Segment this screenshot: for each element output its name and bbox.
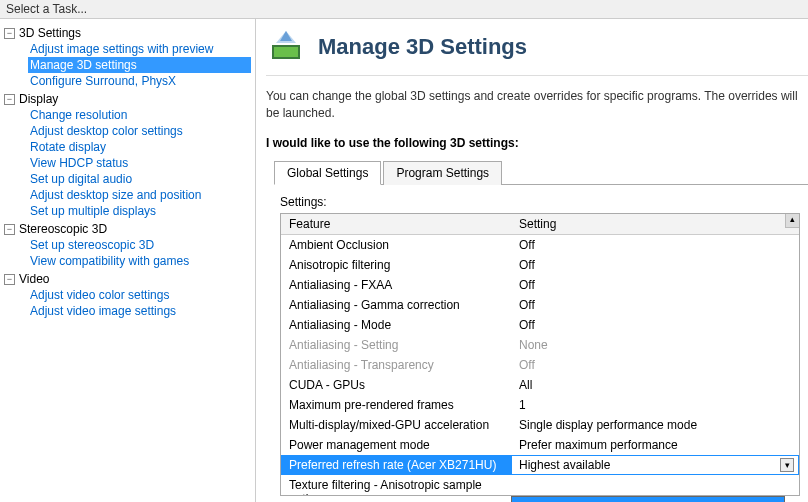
settings-row[interactable]: Antialiasing - Gamma correctionOff	[281, 295, 799, 315]
tree-group-header[interactable]: −3D Settings	[4, 25, 251, 41]
settings-row[interactable]: CUDA - GPUsAll	[281, 375, 799, 395]
tab[interactable]: Program Settings	[383, 161, 502, 185]
sidebar-item[interactable]: Set up stereoscopic 3D	[28, 237, 251, 253]
collapse-icon[interactable]: −	[4, 94, 15, 105]
tree-group-header[interactable]: −Display	[4, 91, 251, 107]
settings-row[interactable]: Antialiasing - ModeOff	[281, 315, 799, 335]
settings-row[interactable]: Anisotropic filteringOff	[281, 255, 799, 275]
page-description: You can change the global 3D settings an…	[266, 88, 808, 122]
sidebar-item[interactable]: Adjust image settings with preview	[28, 41, 251, 57]
settings-row[interactable]: Antialiasing - TransparencyOff	[281, 355, 799, 375]
setting-cell[interactable]: All	[511, 375, 799, 395]
scroll-up-icon[interactable]: ▴	[785, 214, 799, 228]
settings-row[interactable]: Multi-display/mixed-GPU accelerationSing…	[281, 415, 799, 435]
grid-body[interactable]: Ambient OcclusionOffAnisotropic filterin…	[281, 235, 799, 495]
feature-cell: Antialiasing - Mode	[281, 315, 511, 335]
column-feature[interactable]: Feature	[281, 214, 511, 234]
grid-header: Feature Setting ▴	[281, 214, 799, 235]
sidebar-item[interactable]: Rotate display	[28, 139, 251, 155]
feature-cell: Power management mode	[281, 435, 511, 455]
tree-group-label: Display	[19, 92, 58, 106]
collapse-icon[interactable]: −	[4, 274, 15, 285]
content-pane: Manage 3D Settings You can change the gl…	[256, 19, 808, 502]
feature-cell: Antialiasing - FXAA	[281, 275, 511, 295]
settings-subheading: I would like to use the following 3D set…	[266, 136, 808, 150]
svg-rect-1	[274, 47, 298, 57]
feature-cell: Antialiasing - Gamma correction	[281, 295, 511, 315]
feature-cell: Preferred refresh rate (Acer XB271HU)	[281, 455, 511, 475]
setting-cell[interactable]: Off	[511, 275, 799, 295]
sidebar-item[interactable]: Manage 3D settings	[28, 57, 251, 73]
feature-cell: Antialiasing - Setting	[281, 335, 511, 355]
feature-cell: Ambient Occlusion	[281, 235, 511, 255]
main-layout: −3D SettingsAdjust image settings with p…	[0, 19, 808, 502]
sidebar-item[interactable]: View HDCP status	[28, 155, 251, 171]
setting-cell[interactable]: Off	[511, 355, 799, 375]
tree-group-header[interactable]: −Stereoscopic 3D	[4, 221, 251, 237]
svg-marker-3	[280, 31, 292, 41]
setting-cell[interactable]: None	[511, 335, 799, 355]
page-header: Manage 3D Settings	[266, 27, 808, 76]
setting-cell[interactable]: Prefer maximum performance	[511, 435, 799, 455]
nvidia-logo-icon	[266, 27, 306, 67]
setting-cell[interactable]: Off	[511, 315, 799, 335]
tab-panel-global: Settings: Feature Setting ▴ Ambient Occl…	[266, 185, 808, 496]
setting-cell[interactable]: 1	[511, 395, 799, 415]
setting-cell[interactable]: Off	[511, 255, 799, 275]
sidebar-item[interactable]: Change resolution	[28, 107, 251, 123]
dropdown-option[interactable]: Highest available	[512, 497, 784, 502]
setting-cell[interactable]: Off	[511, 295, 799, 315]
setting-dropdown[interactable]: Highest availableApplication-controlled	[511, 496, 785, 502]
tree-group-label: Video	[19, 272, 49, 286]
tree-group-label: 3D Settings	[19, 26, 81, 40]
settings-row[interactable]: Ambient OcclusionOff	[281, 235, 799, 255]
sidebar-item[interactable]: Adjust desktop size and position	[28, 187, 251, 203]
settings-label: Settings:	[280, 195, 800, 209]
settings-tabs: Global SettingsProgram Settings	[274, 160, 808, 185]
sidebar-item[interactable]: View compatibility with games	[28, 253, 251, 269]
setting-cell[interactable]: Single display performance mode	[511, 415, 799, 435]
settings-row[interactable]: Maximum pre-rendered frames1	[281, 395, 799, 415]
setting-cell[interactable]	[511, 475, 799, 495]
feature-cell: CUDA - GPUs	[281, 375, 511, 395]
settings-row[interactable]: Antialiasing - SettingNone	[281, 335, 799, 355]
setting-cell[interactable]: Highest available▾	[511, 455, 799, 475]
sidebar-item[interactable]: Adjust desktop color settings	[28, 123, 251, 139]
task-selector[interactable]: Select a Task...	[0, 0, 808, 19]
settings-row[interactable]: Texture filtering - Anisotropic sample o…	[281, 475, 799, 495]
collapse-icon[interactable]: −	[4, 28, 15, 39]
feature-cell: Antialiasing - Transparency	[281, 355, 511, 375]
tab[interactable]: Global Settings	[274, 161, 381, 185]
sidebar-item[interactable]: Adjust video color settings	[28, 287, 251, 303]
setting-cell[interactable]: Off	[511, 235, 799, 255]
sidebar-item[interactable]: Set up multiple displays	[28, 203, 251, 219]
feature-cell: Multi-display/mixed-GPU acceleration	[281, 415, 511, 435]
sidebar-item[interactable]: Adjust video image settings	[28, 303, 251, 319]
tree-group-label: Stereoscopic 3D	[19, 222, 107, 236]
page-title: Manage 3D Settings	[318, 34, 527, 60]
sidebar: −3D SettingsAdjust image settings with p…	[0, 19, 256, 502]
settings-row[interactable]: Power management modePrefer maximum perf…	[281, 435, 799, 455]
feature-cell: Texture filtering - Anisotropic sample o…	[281, 475, 511, 495]
settings-row[interactable]: Preferred refresh rate (Acer XB271HU)Hig…	[281, 455, 799, 475]
settings-grid: Feature Setting ▴ Ambient OcclusionOffAn…	[280, 213, 800, 496]
feature-cell: Maximum pre-rendered frames	[281, 395, 511, 415]
chevron-down-icon[interactable]: ▾	[780, 458, 794, 472]
sidebar-item[interactable]: Set up digital audio	[28, 171, 251, 187]
column-setting[interactable]: Setting	[511, 214, 799, 234]
tree-group-header[interactable]: −Video	[4, 271, 251, 287]
feature-cell: Anisotropic filtering	[281, 255, 511, 275]
collapse-icon[interactable]: −	[4, 224, 15, 235]
sidebar-item[interactable]: Configure Surround, PhysX	[28, 73, 251, 89]
settings-row[interactable]: Antialiasing - FXAAOff	[281, 275, 799, 295]
